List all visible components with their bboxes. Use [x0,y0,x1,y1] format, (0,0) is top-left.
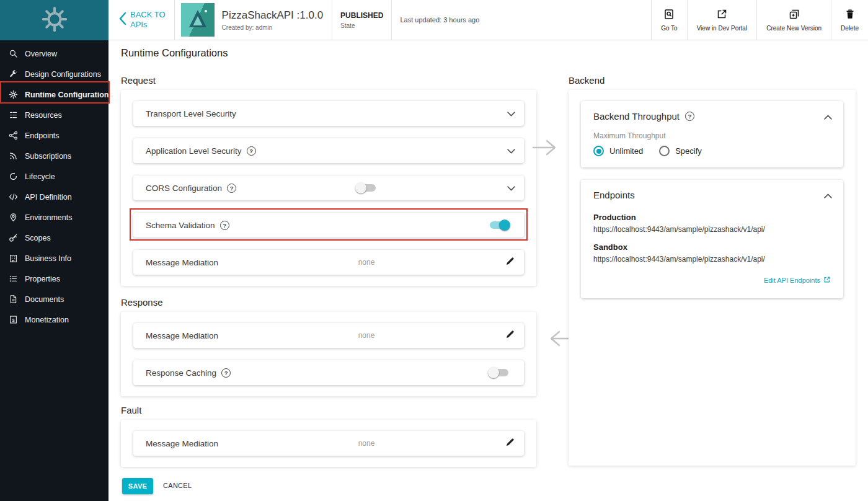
expand-chevron-down-icon[interactable] [507,182,515,193]
collapse-chevron-up-icon[interactable] [824,191,832,202]
sidebar-item-documents[interactable]: Documents [0,289,108,309]
transport-level-security-card[interactable]: Transport Level Security [133,101,524,126]
sidebar-item-design-configurations[interactable]: Design Configurations [0,64,108,84]
help-icon: ? [221,368,231,378]
sidebar-nav: Overview Design Configurations Runtime C… [0,40,108,330]
response-panel: Message Mediation none Response Caching … [121,312,536,396]
sidebar-item-environments[interactable]: Environments [0,207,108,228]
api-thumbnail [181,3,215,37]
back-to-apis-button[interactable]: BACK TO APIs [118,10,166,30]
business-info-icon [8,254,18,263]
backend-throughput-card: Backend Throughput ? Maximum Throughput … [581,101,843,167]
sidebar-item-label: Properties [25,275,60,283]
mediation-value: none [358,331,375,340]
message-mediation-label: Message Mediation [146,439,218,448]
sidebar-item-api-definition[interactable]: API Definition [0,187,108,207]
throughput-radio-group: Unlimited Specify [593,146,831,156]
lifecycle-icon [8,172,18,181]
sidebar-item-label: Business Info [25,254,71,263]
collapse-chevron-up-icon[interactable] [824,112,832,123]
api-header-bar: BACK TO APIs PizzaShackAPI :1.0.0 Create… [108,0,868,40]
sidebar-item-label: Monetization [25,316,69,324]
delete-button[interactable]: Delete [831,0,868,40]
unlimited-label: Unlimited [609,146,643,156]
production-endpoint-label: Production [593,213,831,222]
production-endpoint-url: https://localhost:9443/am/sample/pizzash… [593,225,831,234]
sidebar-item-monetization[interactable]: $ Monetization [0,309,108,330]
expand-chevron-down-icon[interactable] [507,108,515,119]
save-button[interactable]: SAVE [122,478,153,494]
response-caching-card[interactable]: Response Caching ? [133,360,524,385]
schema-validation-label: Schema Validation ? [146,221,229,230]
sidebar-item-label: Endpoints [25,131,60,140]
response-caching-label: Response Caching ? [146,368,231,378]
api-created-by: Created by: admin [222,24,323,31]
go-to-label: Go To [661,25,678,32]
expand-chevron-down-icon[interactable] [507,145,515,156]
api-definition-icon [8,192,18,202]
sidebar-item-label: Documents [25,295,64,304]
edit-pencil-icon[interactable] [505,256,515,268]
sidebar-item-label: Lifecycle [25,172,55,181]
sidebar-item-endpoints[interactable]: Endpoints [0,125,108,146]
api-publisher-screen: Overview Design Configurations Runtime C… [0,0,868,501]
request-panel: Transport Level Security Application Lev… [121,90,536,286]
specify-radio-option[interactable]: Specify [659,146,702,156]
create-new-version-label: Create New Version [766,25,822,32]
sandbox-endpoint-url: https://localhost:9443/am/sample/pizzash… [593,255,831,264]
mediation-value: none [358,258,375,267]
runtime-configurations-icon [8,90,18,99]
sidebar-item-subscriptions[interactable]: Subscriptions [0,146,108,166]
edit-pencil-icon[interactable] [505,437,515,450]
backend-throughput-title: Backend Throughput ? [593,111,831,122]
svg-text:$: $ [12,317,15,323]
help-icon: ? [685,112,694,121]
fault-section-heading: Fault [121,405,141,415]
endpoints-icon [8,131,18,140]
radio-unselected-icon[interactable] [659,146,670,156]
environments-icon [8,213,18,222]
sidebar-item-overview[interactable]: Overview [0,43,108,64]
sidebar-item-business-info[interactable]: Business Info [0,248,108,268]
go-to-search-doc-icon [663,9,675,22]
cancel-button[interactable]: CANCEL [163,482,192,489]
sidebar-item-label: Runtime Configurations [25,91,113,99]
sidebar-item-properties[interactable]: Properties [0,268,108,289]
application-level-security-card[interactable]: Application Level Security ? [133,138,524,163]
request-section-heading: Request [121,75,156,86]
response-caching-toggle[interactable] [488,366,510,379]
cors-configuration-card[interactable]: CORS Configuration ? [133,175,524,200]
divider [174,0,175,40]
endpoints-card: Endpoints Production https://localhost:9… [581,180,843,298]
create-new-version-button[interactable]: Create New Version [757,0,831,40]
sidebar-item-lifecycle[interactable]: Lifecycle [0,166,108,187]
fault-message-mediation-card: Message Mediation none [133,431,524,456]
sidebar-item-label: Overview [25,50,57,58]
help-icon: ? [220,221,229,230]
unlimited-radio-option[interactable]: Unlimited [593,146,643,156]
sidebar-item-resources[interactable]: Resources [0,105,108,125]
application-level-security-label: Application Level Security ? [146,146,256,156]
maximum-throughput-label: Maximum Throughput [593,131,831,140]
sandbox-endpoint-label: Sandbox [593,242,831,252]
view-in-dev-portal-button[interactable]: View in Dev Portal [688,0,757,40]
cors-configuration-label: CORS Configuration ? [146,184,236,193]
radio-selected-icon[interactable] [593,146,604,156]
message-mediation-label: Message Mediation [146,331,218,340]
state-label: State [340,22,383,29]
delete-label: Delete [841,25,859,32]
go-to-button[interactable]: Go To [652,0,687,40]
sidebar-item-label: Scopes [25,234,51,242]
sidebar-item-runtime-configurations[interactable]: Runtime Configurations [0,84,108,105]
edit-pencil-icon[interactable] [505,329,515,342]
sidebar-item-label: API Definition [25,193,72,202]
subscriptions-icon [8,151,18,161]
sidebar-item-scopes[interactable]: Scopes [0,228,108,248]
edit-api-endpoints-link[interactable]: Edit API Endpoints [593,276,831,285]
cors-toggle[interactable] [355,182,378,194]
schema-validation-card[interactable]: Schema Validation ? [133,213,524,237]
request-message-mediation-card: Message Mediation none [133,250,524,275]
schema-validation-toggle[interactable] [488,219,510,231]
sidebar-item-label: Design Configurations [25,70,101,79]
lifecycle-state: PUBLISHED State [332,11,391,29]
